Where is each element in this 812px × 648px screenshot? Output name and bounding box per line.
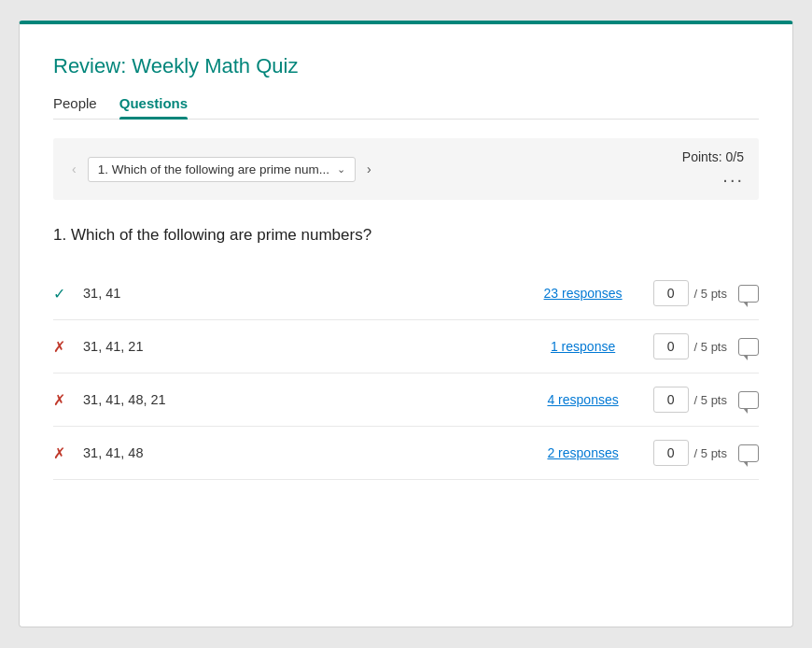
comment-button[interactable]	[738, 391, 759, 409]
pts-label: / 5 pts	[694, 393, 727, 407]
score-input[interactable]	[653, 387, 689, 413]
chevron-down-icon: ⌄	[337, 163, 345, 176]
comment-icon	[738, 391, 759, 409]
comment-button[interactable]	[738, 444, 759, 462]
tab-questions[interactable]: Questions	[119, 95, 188, 119]
answer-row: ✗ 31, 41, 48 2 responses / 5 pts	[53, 427, 759, 480]
comment-button[interactable]	[738, 338, 759, 356]
question-title: 1. Which of the following are prime numb…	[53, 226, 759, 245]
answer-text: 31, 41, 48	[79, 445, 532, 460]
prev-arrow[interactable]: ‹	[68, 162, 80, 176]
score-area: / 5 pts	[653, 333, 727, 359]
more-options-button[interactable]: ···	[722, 170, 744, 189]
nav-right: Points: 0/5 ···	[682, 149, 744, 189]
incorrect-icon: ✗	[53, 338, 79, 356]
comment-button[interactable]	[738, 285, 759, 303]
question-selector[interactable]: 1. Which of the following are prime num.…	[88, 157, 356, 182]
answer-row: ✗ 31, 41, 21 1 response / 5 pts	[53, 320, 759, 373]
responses-link[interactable]: 2 responses	[532, 445, 635, 460]
score-input[interactable]	[653, 280, 689, 306]
pts-label: / 5 pts	[694, 287, 727, 301]
comment-icon	[738, 338, 759, 356]
answer-row: ✗ 31, 41, 48, 21 4 responses / 5 pts	[53, 373, 759, 427]
answer-text: 31, 41	[79, 286, 532, 301]
score-area: / 5 pts	[653, 387, 727, 413]
incorrect-icon: ✗	[53, 444, 79, 462]
comment-icon	[738, 444, 759, 462]
score-area: / 5 pts	[653, 440, 727, 466]
incorrect-icon: ✗	[53, 391, 79, 409]
question-selector-text: 1. Which of the following are prime num.…	[98, 162, 329, 176]
answer-row: ✓ 31, 41 23 responses / 5 pts	[53, 267, 759, 320]
pts-label: / 5 pts	[694, 446, 727, 460]
page-title: Review: Weekly Math Quiz	[53, 54, 759, 78]
responses-link[interactable]: 23 responses	[532, 286, 635, 301]
tab-people[interactable]: People	[53, 95, 97, 119]
score-area: / 5 pts	[653, 280, 727, 306]
next-arrow[interactable]: ›	[363, 162, 375, 176]
pts-label: / 5 pts	[694, 340, 727, 354]
nav-left: ‹ 1. Which of the following are prime nu…	[68, 157, 375, 182]
answer-text: 31, 41, 48, 21	[79, 392, 532, 407]
points-label: Points: 0/5	[682, 149, 744, 164]
responses-link[interactable]: 4 responses	[532, 392, 635, 407]
correct-icon: ✓	[53, 285, 79, 303]
tab-bar: People Questions	[53, 95, 759, 120]
score-input[interactable]	[653, 440, 689, 466]
main-card: Review: Weekly Math Quiz People Question…	[19, 21, 793, 627]
score-input[interactable]	[653, 333, 689, 359]
answer-text: 31, 41, 21	[79, 339, 532, 354]
comment-icon	[738, 285, 759, 303]
responses-link[interactable]: 1 response	[532, 339, 635, 354]
question-nav-bar: ‹ 1. Which of the following are prime nu…	[53, 138, 759, 200]
